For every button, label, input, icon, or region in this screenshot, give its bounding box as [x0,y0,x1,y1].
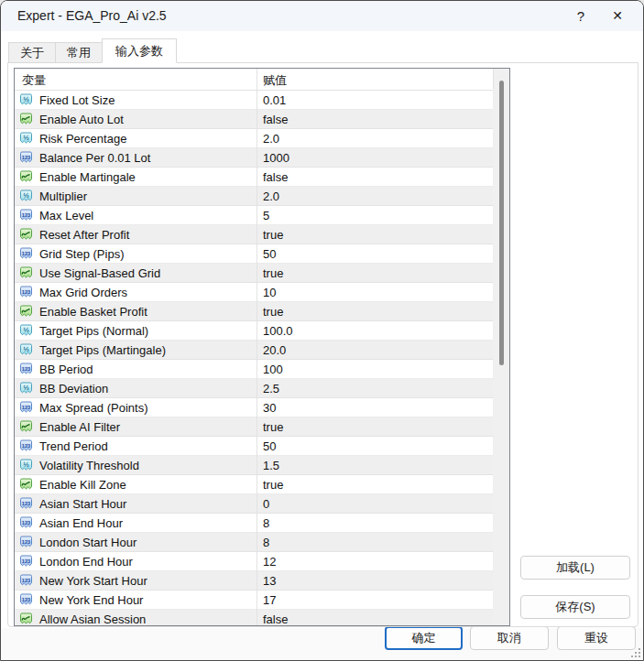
parameter-value[interactable]: 0 [257,497,269,511]
parameter-value[interactable]: 2.0 [257,132,279,146]
double-value-icon: ½ [19,343,33,356]
parameter-name-cell: Enable AI Filter [15,420,257,434]
parameter-label: London Start Hour [39,536,136,549]
parameter-name-cell: Allow Asian Session [15,612,257,626]
parameter-row[interactable]: 123 Asian End Hour 8 [15,514,493,533]
parameter-value[interactable]: 1.5 [257,459,279,472]
parameter-name-cell: ½ Target Pips (Normal) [15,324,257,338]
help-button[interactable]: ? [562,1,599,30]
parameter-value[interactable]: 12 [257,555,276,569]
parameter-row[interactable]: Enable Auto Lot false [15,110,493,129]
parameter-row[interactable]: Enable Basket Profit true [15,302,493,321]
parameter-value[interactable]: 1000 [257,151,289,165]
integer-value-icon: 123 [19,209,33,222]
parameter-value[interactable]: 20.0 [257,343,286,357]
parameter-value[interactable]: 50 [257,439,276,453]
parameter-value[interactable]: 17 [257,593,276,607]
parameter-row[interactable]: Enable Martingale false [15,168,493,187]
parameter-row[interactable]: 123 Max Spread (Points) 30 [15,398,493,417]
parameter-value[interactable]: true [257,228,283,242]
parameter-label: New York Start Hour [39,574,147,588]
svg-text:123: 123 [22,443,30,449]
parameter-value[interactable]: true [257,266,283,280]
parameter-value[interactable]: 10 [257,286,276,299]
integer-value-icon: 123 [19,439,33,452]
parameter-value[interactable]: 50 [257,247,276,261]
parameter-row[interactable]: 123 New York Start Hour 13 [15,571,493,591]
parameter-row[interactable]: 123 Max Grid Orders 10 [15,283,493,302]
parameter-row[interactable]: 123 Grid Step (Pips) 50 [15,244,493,264]
parameter-row[interactable]: Enable Kill Zone true [15,475,493,494]
parameter-label: Fixed Lot Size [39,93,115,107]
parameter-row[interactable]: 123 Asian Start Hour 0 [15,494,493,514]
integer-value-icon: 123 [19,536,33,548]
column-divider[interactable] [257,69,257,625]
parameter-value[interactable]: true [257,478,283,492]
ok-button[interactable]: 确定 [385,626,463,650]
reset-button[interactable]: 重设 [557,626,636,650]
parameter-value[interactable]: 2.5 [257,382,279,396]
parameter-label: Target Pips (Normal) [39,324,148,338]
scrollbar-thumb[interactable] [499,81,504,365]
parameter-value[interactable]: true [257,420,283,434]
save-button[interactable]: 保存(S) [520,595,630,619]
parameter-row[interactable]: Allow Asian Session false [15,610,493,625]
load-button[interactable]: 加载(L) [520,556,630,580]
tab-input-parameters[interactable]: 输入参数 [102,38,177,63]
parameter-row[interactable]: 123 London Start Hour 8 [15,533,493,552]
column-header-value[interactable]: 赋值 [263,72,287,89]
parameter-name-cell: Reset After Profit [15,228,257,242]
parameter-row[interactable]: 123 London End Hour 12 [15,552,493,571]
bool-value-icon [19,478,33,491]
parameter-value[interactable]: false [257,612,288,626]
tab-common[interactable]: 常用 [56,42,103,63]
resize-grip[interactable] [630,647,640,657]
parameter-row[interactable]: ½ Target Pips (Martingale) 20.0 [15,341,493,360]
parameter-value[interactable]: 100.0 [257,324,293,338]
parameter-row[interactable]: Reset After Profit true [15,225,493,244]
parameter-value[interactable]: 8 [257,536,269,549]
parameter-name-cell: Enable Basket Profit [15,305,257,319]
svg-text:123: 123 [22,501,30,506]
parameter-value[interactable]: false [257,170,288,184]
vertical-scrollbar[interactable] [493,69,509,625]
svg-text:123: 123 [22,212,30,218]
parameter-row[interactable]: 123 Trend Period 50 [15,437,493,456]
parameter-row[interactable]: Enable AI Filter true [15,417,493,437]
column-header-variable[interactable]: 变量 [22,72,46,89]
bool-value-icon [19,113,33,125]
parameter-value[interactable]: 2.0 [257,190,279,203]
parameter-name-cell: 123 Max Grid Orders [15,286,257,299]
tab-strip: 关于 常用 输入参数 [8,38,177,63]
parameter-row[interactable]: ½ Target Pips (Normal) 100.0 [15,321,493,341]
parameter-row[interactable]: 123 Max Level 5 [15,206,493,225]
parameter-value[interactable]: 100 [257,363,283,376]
parameter-name-cell: Enable Kill Zone [15,478,257,492]
close-button[interactable]: ✕ [599,1,636,30]
svg-text:123: 123 [22,539,30,545]
parameter-name-cell: ½ Fixed Lot Size [15,93,257,107]
parameter-label: Balance Per 0.01 Lot [39,151,150,165]
parameter-row[interactable]: 123 BB Period 100 [15,360,493,379]
parameter-row[interactable]: ½ Multiplier 2.0 [15,187,493,206]
parameter-row[interactable]: ½ Risk Percentage 2.0 [15,129,493,148]
parameter-row[interactable]: Use Signal-Based Grid true [15,264,493,283]
parameter-row[interactable]: 123 New York End Hour 17 [15,591,493,610]
parameter-value[interactable]: false [257,113,288,126]
parameter-value[interactable]: true [257,305,283,319]
parameter-value[interactable]: 5 [257,209,269,222]
parameter-name-cell: 123 BB Period [15,363,257,376]
parameter-row[interactable]: 123 Balance Per 0.01 Lot 1000 [15,148,493,168]
parameter-value[interactable]: 0.01 [257,93,286,107]
cancel-button[interactable]: 取消 [470,626,549,650]
parameter-row[interactable]: ½ BB Deviation 2.5 [15,379,493,398]
tab-about[interactable]: 关于 [8,42,56,63]
parameter-value[interactable]: 8 [257,516,269,530]
svg-text:123: 123 [22,558,30,564]
parameter-row[interactable]: ½ Volatility Threshold 1.5 [15,456,493,475]
parameter-name-cell: 123 Asian Start Hour [15,497,257,511]
parameter-value[interactable]: 30 [257,401,276,415]
parameter-row[interactable]: ½ Fixed Lot Size 0.01 [15,91,493,110]
parameter-value[interactable]: 13 [257,574,276,588]
parameter-name-cell: 123 New York Start Hour [15,574,257,588]
